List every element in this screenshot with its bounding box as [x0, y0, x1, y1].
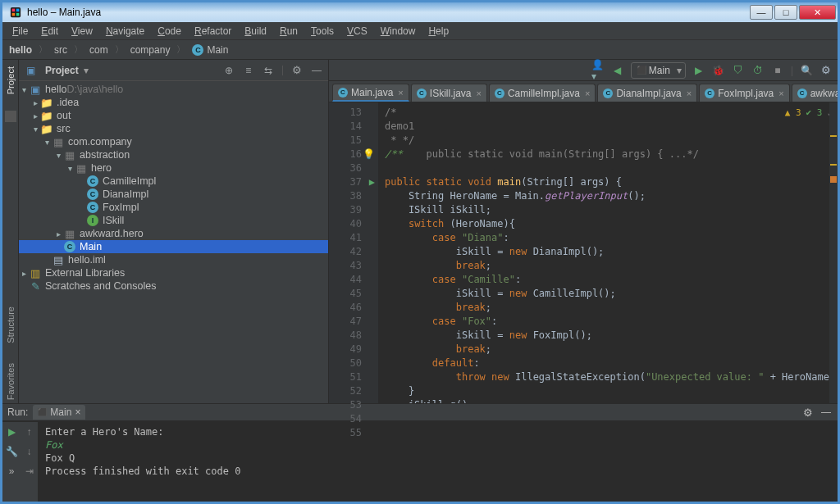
breadcrumb-bar: hello〉src〉com〉company〉CMain [2, 40, 838, 60]
crumb-hello[interactable]: hello [7, 43, 34, 57]
editor-tab-iskill-java[interactable]: CISkill.java× [411, 84, 487, 102]
run-config-combo[interactable]: ⬛ Main [631, 62, 686, 79]
settings-icon[interactable]: ⚙ [819, 64, 833, 77]
folder-icon: ▣ [24, 65, 37, 76]
close-icon[interactable]: × [75, 406, 80, 418]
stop-icon[interactable]: ■ [771, 64, 784, 77]
hide-icon[interactable]: — [819, 406, 833, 419]
tree-node--idea[interactable]: ▸📁.idea [19, 96, 328, 109]
menu-code[interactable]: Code [153, 24, 186, 39]
up-icon[interactable]: ↑ [23, 425, 36, 438]
editor-tab-camilleimpl-java[interactable]: CCamilleImpl.java× [489, 84, 596, 102]
crumb-src[interactable]: src [52, 43, 69, 57]
project-header: ▣ Project ▾ ⊕ ≡ ⇆ | ⚙ — [19, 60, 328, 81]
tree-node-external-libraries[interactable]: ▸▥External Libraries [19, 266, 328, 279]
debug-icon[interactable]: 🐞 [712, 64, 725, 77]
code-editor[interactable]: 13141516💡3637▶38394041424344454647484950… [329, 102, 838, 403]
menu-tools[interactable]: Tools [306, 24, 339, 39]
menubar: FileEditViewNavigateCodeRefactorBuildRun… [2, 22, 838, 40]
chevron-down-icon[interactable]: ▾ [84, 65, 89, 76]
editor-tabs: CMain.java×CISkill.java×CCamilleImpl.jav… [329, 81, 838, 102]
editor-tab-awkward-fox-jav-[interactable]: Cawkward\...\Fox.jav...× [792, 84, 838, 102]
tree-node-scratches-and-consoles[interactable]: ✎Scratches and Consoles [19, 279, 328, 293]
tree-node-camilleimpl[interactable]: CCamilleImpl [19, 175, 328, 188]
editor-tab-dianaimpl-java[interactable]: CDianaImpl.java× [597, 84, 697, 102]
run-panel-title: Run: [7, 406, 28, 418]
collapse-icon[interactable]: ⇆ [262, 64, 275, 77]
tree-node-src[interactable]: ▾📁src [19, 122, 328, 135]
close-icon[interactable]: × [585, 89, 590, 98]
tree-node-abstraction[interactable]: ▾▦abstraction [19, 148, 328, 161]
tree-node-out[interactable]: ▸📁out [19, 109, 328, 122]
wrench-icon[interactable]: 🔧 [5, 445, 18, 458]
window-title: hello – Main.java [27, 7, 101, 18]
play-icon[interactable]: ▶ [692, 64, 705, 77]
editor-tab-foximpl-java[interactable]: CFoxImpl.java× [699, 84, 789, 102]
menu-view[interactable]: View [66, 24, 98, 39]
tree-node-iskill[interactable]: IISkill [19, 214, 328, 227]
tree-node-main[interactable]: CMain [19, 240, 328, 253]
hide-icon[interactable]: — [310, 64, 323, 77]
back-arrow-icon[interactable]: ◀ [611, 64, 624, 77]
run-config-label: Main [649, 65, 670, 76]
run-panel-tab[interactable]: ⬛ Main × [33, 405, 85, 420]
tree-node-dianaimpl[interactable]: CDianaImpl [19, 188, 328, 201]
tool-icon[interactable] [5, 111, 16, 122]
menu-run[interactable]: Run [275, 24, 303, 39]
svg-rect-4 [16, 13, 20, 16]
tree-node-hello[interactable]: ▾▣hello D:\java\hello [19, 83, 328, 96]
chevron-right-icon: 〉 [175, 43, 187, 56]
coverage-icon[interactable]: ⛉ [732, 64, 745, 77]
error-stripe[interactable] [829, 102, 838, 403]
chevron-right-icon: 〉 [72, 43, 84, 56]
crumb-company[interactable]: company [129, 43, 172, 57]
console-output[interactable]: Enter a Hero's Name:FoxFox QProcess fini… [39, 422, 838, 502]
locate-icon[interactable]: ⊕ [222, 64, 235, 77]
menu-navigate[interactable]: Navigate [101, 24, 149, 39]
close-icon[interactable]: × [778, 89, 783, 98]
profile-icon[interactable]: ⏱ [751, 64, 765, 77]
rerun-icon[interactable]: ▶ [5, 425, 18, 438]
soft-wrap-icon[interactable]: ⇥ [23, 465, 36, 478]
gear-icon[interactable]: ⚙ [801, 406, 815, 419]
crumb-com[interactable]: com [88, 43, 110, 57]
menu-refactor[interactable]: Refactor [189, 24, 236, 39]
crumb-main[interactable]: CMain [190, 43, 230, 57]
window-minimize-button[interactable]: — [750, 5, 773, 20]
menu-help[interactable]: Help [423, 24, 454, 39]
user-icon[interactable]: 👤▾ [591, 64, 605, 77]
menu-vcs[interactable]: VCS [342, 24, 372, 39]
menu-build[interactable]: Build [240, 24, 272, 39]
tool-tab-favorites[interactable]: Favorites [6, 360, 16, 403]
run-panel: ▶ 🔧 » ↑ ↓ ⇥ Enter a Hero's Name:FoxFox Q… [2, 421, 838, 502]
project-tree[interactable]: ▾▣hello D:\java\hello▸📁.idea▸📁out▾📁src▾▦… [19, 81, 328, 403]
tree-node-hero[interactable]: ▾▦hero [19, 161, 328, 175]
app-icon [9, 6, 22, 19]
menu-window[interactable]: Window [376, 24, 421, 39]
window-titlebar[interactable]: hello – Main.java — □ ✕ [2, 2, 838, 22]
menu-edit[interactable]: Edit [36, 24, 63, 39]
close-icon[interactable]: × [398, 88, 403, 98]
tree-node-awkward-hero[interactable]: ▸▦awkward.hero [19, 227, 328, 240]
close-icon[interactable]: × [476, 89, 481, 98]
expand-icon[interactable]: ≡ [242, 64, 255, 77]
down-icon[interactable]: ↓ [23, 445, 36, 458]
window-maximize-button[interactable]: □ [774, 5, 797, 20]
more-icon[interactable]: » [5, 465, 18, 478]
search-icon[interactable]: 🔍 [800, 64, 813, 77]
tool-tab-structure[interactable]: Structure [6, 303, 16, 347]
tree-node-foximpl[interactable]: CFoxImpl [19, 201, 328, 214]
tool-tab-project[interactable]: Project [6, 63, 16, 98]
tree-node-com-company[interactable]: ▾▦com.company [19, 135, 328, 148]
editor-tab-main-java[interactable]: CMain.java× [332, 84, 409, 102]
ok-indicator[interactable]: ✔ 3 [806, 106, 823, 120]
menu-file[interactable]: File [7, 24, 33, 39]
close-icon[interactable]: × [687, 89, 692, 98]
svg-rect-1 [12, 9, 16, 12]
chevron-right-icon: 〉 [113, 43, 126, 56]
window-close-button[interactable]: ✕ [799, 5, 836, 20]
tree-node-hello-iml[interactable]: ▤hello.iml [19, 253, 328, 266]
gear-icon[interactable]: ⚙ [290, 64, 304, 77]
warnings-indicator[interactable]: ▲ 3 [785, 106, 801, 120]
main-toolbar: 👤▾ ◀ ⬛ Main ▶ 🐞 ⛉ ⏱ ■ | 🔍 ⚙ [329, 60, 838, 81]
